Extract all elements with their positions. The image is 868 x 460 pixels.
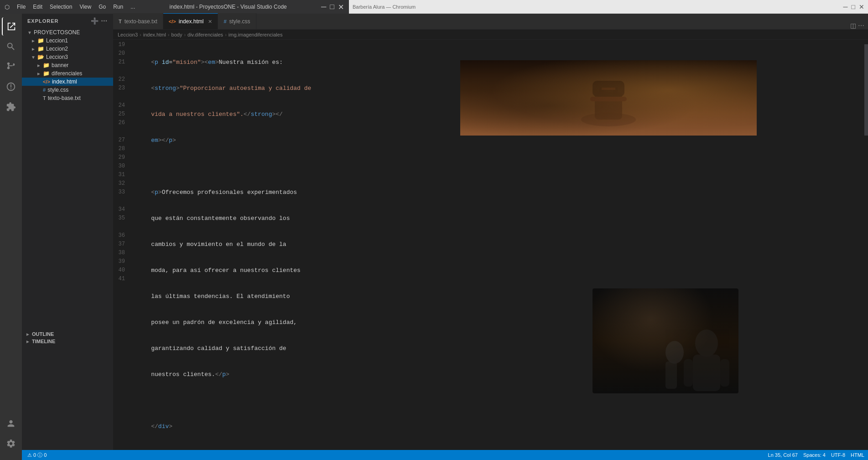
txt-file-icon: T <box>43 95 46 101</box>
barber-chair-svg <box>540 60 677 136</box>
close-button[interactable]: ✕ <box>338 3 344 11</box>
browser-minimize[interactable]: ─ <box>843 3 848 10</box>
browser-maximize[interactable]: □ <box>852 3 855 10</box>
sidebar-item-leccion3[interactable]: ▼ 📂 Leccion3 <box>22 53 113 61</box>
leccion3-label: Leccion3 <box>46 54 68 60</box>
breadcrumb: Leccion3 › index.html › body › div.difer… <box>113 30 868 40</box>
sidebar-item-diferenciales[interactable]: ► 📁 diferenciales <box>22 69 113 78</box>
status-errors[interactable]: ⚠ 0 ⓘ 0 <box>27 452 47 459</box>
status-spaces[interactable]: Spaces: 4 <box>803 452 826 458</box>
timeline-label: TIMELINE <box>32 339 55 344</box>
activity-extensions[interactable] <box>2 98 20 116</box>
sidebar-item-leccion1[interactable]: ► 📁 Leccion1 <box>22 37 113 45</box>
browser-close[interactable]: ✕ <box>859 3 864 10</box>
activity-bottom <box>2 414 20 456</box>
barber-banner <box>460 60 757 136</box>
tab-style-css[interactable]: # style.css <box>218 13 256 29</box>
titlebar: ⬡ File Edit Selection View Go Run ... in… <box>0 0 348 14</box>
browser-window-controls: ─ □ ✕ <box>843 3 864 10</box>
vscode-logo: ⬡ <box>5 4 10 10</box>
menu-go[interactable]: Go <box>99 4 106 10</box>
explorer-icons: ➕ ⋯ <box>91 17 108 25</box>
breadcrumb-index[interactable]: index.html <box>143 32 166 37</box>
vscode-panel: ⬡ File Edit Selection View Go Run ... in… <box>0 0 349 460</box>
breadcrumb-img[interactable]: img.imagendiferenciales <box>229 32 283 37</box>
timeline-panel[interactable]: ► TIMELINE <box>22 338 113 345</box>
browser-window-title: Barbería Alura — Chromium <box>353 4 416 10</box>
activity-explorer[interactable] <box>2 17 20 36</box>
folder-icon-leccion3-open: 📂 <box>37 54 44 60</box>
diferenciales-label: diferenciales <box>52 70 82 77</box>
tab-style-css-label: style.css <box>229 18 250 25</box>
sidebar-item-index-html[interactable]: </> index.html <box>22 78 113 86</box>
tab-index-html[interactable]: </> index.html ✕ <box>163 13 218 29</box>
leccion2-arrow: ► <box>31 47 36 52</box>
minimap-thumb[interactable] <box>864 44 868 136</box>
activity-account[interactable] <box>2 414 20 433</box>
outline-arrow: ► <box>26 332 30 337</box>
sidebar-item-banner[interactable]: ► 📁 banner <box>22 61 113 69</box>
breadcrumb-leccion3[interactable]: Leccion3 <box>118 32 138 37</box>
status-lang[interactable]: HTML <box>851 452 864 458</box>
titlebar-menu: File Edit Selection View Go Run ... <box>17 4 135 10</box>
tab-index-close[interactable]: ✕ <box>208 19 212 25</box>
status-right: Ln 35, Col 67 Spaces: 4 UTF-8 HTML <box>768 452 864 458</box>
minimap[interactable] <box>864 40 868 450</box>
new-file-icon[interactable]: ➕ <box>91 17 99 25</box>
svg-rect-8 <box>693 355 720 391</box>
minimize-button[interactable]: ─ <box>321 3 326 11</box>
sidebar-item-style-css[interactable]: # style.css <box>22 86 113 94</box>
activity-bar <box>0 14 22 460</box>
tab-texto-base[interactable]: T texto-base.txt <box>113 13 163 29</box>
tab-bar: T texto-base.txt </> index.html ✕ # styl… <box>113 14 868 30</box>
maximize-button[interactable]: □ <box>330 3 334 11</box>
timeline-arrow: ► <box>26 339 30 344</box>
folder-icon-leccion2: 📁 <box>37 46 44 52</box>
menu-more[interactable]: ... <box>130 4 135 10</box>
root-label: PROYECTOSONE <box>34 29 80 36</box>
tab-more-icon[interactable]: ⋯ <box>858 22 864 29</box>
sidebar-item-texto-base[interactable]: T texto-base.txt <box>22 94 113 102</box>
line-numbers: 19 20 21 22 23 24 25 26 27 28 29 30 31 3… <box>113 40 132 450</box>
leccion3-arrow: ▼ <box>31 55 36 60</box>
leccion1-arrow: ► <box>31 38 36 43</box>
breadcrumb-div-diferenciales[interactable]: div.diferenciales <box>187 32 223 37</box>
outline-panel[interactable]: ► OUTLINE <box>22 330 113 338</box>
bottom-section: ► OUTLINE ► TIMELINE <box>22 330 113 345</box>
sidebar-item-leccion2[interactable]: ► 📁 Leccion2 <box>22 45 113 53</box>
explorer-title: EXPLORER ➕ ⋯ <box>22 14 113 28</box>
css-arrow <box>36 88 41 93</box>
menu-edit[interactable]: Edit <box>33 4 42 10</box>
tab-texto-base-label: texto-base.txt <box>125 18 157 25</box>
folder-icon-banner: 📁 <box>43 62 50 68</box>
svg-rect-9 <box>684 359 693 387</box>
html-tab-icon: </> <box>169 19 176 24</box>
svg-point-7 <box>695 329 718 357</box>
status-line-col[interactable]: Ln 35, Col 67 <box>768 452 798 458</box>
activity-git[interactable] <box>2 58 20 76</box>
explorer-more-icon[interactable]: ⋯ <box>101 17 108 25</box>
menu-selection[interactable]: Selection <box>50 4 72 10</box>
activity-search[interactable] <box>2 37 20 56</box>
root-arrow: ▼ <box>27 30 32 35</box>
leccion1-label: Leccion1 <box>46 37 68 44</box>
activity-settings[interactable] <box>2 434 20 453</box>
css-file-icon: # <box>43 87 46 93</box>
html-file-icon: </> <box>43 79 50 84</box>
breadcrumb-body[interactable]: body <box>172 32 182 37</box>
root-folder[interactable]: ▼ PROYECTOSONE <box>22 28 113 37</box>
file-explorer: EXPLORER ➕ ⋯ ▼ PROYECTOSONE ► 📁 Leccion1… <box>22 14 113 460</box>
split-editor-icon[interactable]: ◫ <box>850 22 856 29</box>
txt-tab-icon: T <box>119 19 122 24</box>
menu-run[interactable]: Run <box>113 4 123 10</box>
menu-file[interactable]: File <box>17 4 26 10</box>
style-css-label: style.css <box>47 87 68 93</box>
status-encoding[interactable]: UTF-8 <box>831 452 845 458</box>
breadcrumb-sep-1: › <box>140 32 141 37</box>
menu-view[interactable]: View <box>79 4 91 10</box>
breadcrumb-sep-3: › <box>184 32 186 37</box>
index-html-label: index.html <box>52 78 77 85</box>
css-tab-icon: # <box>223 19 226 24</box>
browser-titlebar: Barbería Alura — Chromium ─ □ ✕ <box>349 0 868 14</box>
activity-debug[interactable] <box>2 78 20 96</box>
